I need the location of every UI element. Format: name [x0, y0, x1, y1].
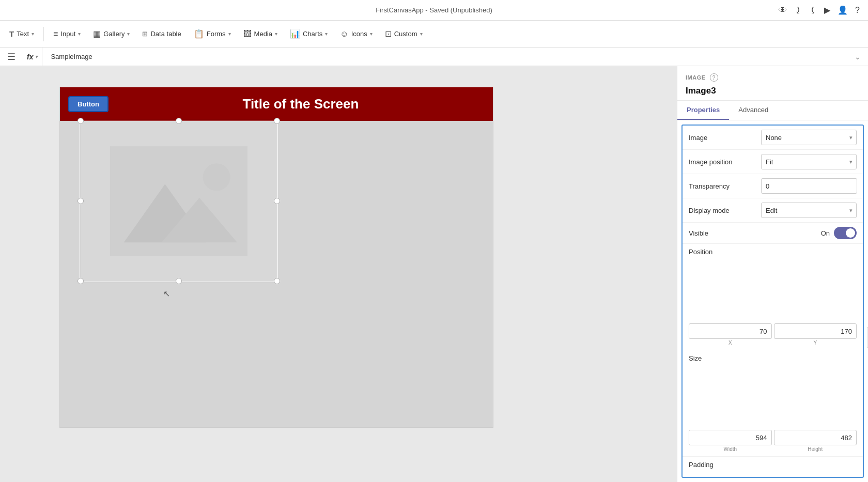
- panel-help-icon[interactable]: ?: [710, 73, 718, 82]
- cursor: ↖: [163, 289, 170, 299]
- handle-bottom-left[interactable]: [78, 278, 84, 284]
- toolbar-media-label: Media: [254, 30, 272, 38]
- handle-middle-left[interactable]: [78, 198, 84, 204]
- handle-top-right[interactable]: [274, 118, 280, 124]
- input-icon: ≡: [53, 29, 58, 39]
- transparency-input[interactable]: [761, 178, 857, 194]
- canvas-button[interactable]: Button: [68, 96, 109, 112]
- custom-icon: ⊡: [385, 29, 392, 39]
- toolbar-item-input[interactable]: ≡ Input ▾: [48, 26, 86, 42]
- toolbar-divider-1: [43, 27, 44, 41]
- forms-icon: 📋: [194, 29, 204, 39]
- toolbar-item-media[interactable]: 🖼 Media ▾: [238, 26, 283, 42]
- gallery-chevron-icon: ▾: [127, 31, 130, 37]
- icons-chevron-icon: ▾: [370, 31, 373, 37]
- eye-icon[interactable]: 👁: [779, 6, 787, 15]
- handle-bottom-right[interactable]: [274, 278, 280, 284]
- user-icon[interactable]: 👤: [838, 5, 848, 15]
- size-height-label: Height: [774, 446, 857, 452]
- top-bar: FirstCanvasApp - Saved (Unpublished) 👁 ⤸…: [0, 0, 868, 21]
- image-dropdown-wrapper[interactable]: None: [761, 130, 857, 145]
- main-content: Button Title of the Screen: [0, 66, 868, 482]
- handle-top-middle[interactable]: [176, 118, 182, 124]
- selected-image-container[interactable]: [81, 121, 277, 281]
- prop-row-visible: Visible On: [683, 223, 863, 244]
- toolbar-custom-label: Custom: [394, 30, 417, 38]
- help-icon[interactable]: ?: [855, 6, 860, 15]
- prop-row-transparency: Transparency: [683, 174, 863, 198]
- visible-on-label: On: [821, 229, 830, 237]
- display-mode-dropdown[interactable]: Edit View Disabled: [761, 203, 857, 218]
- toolbar-gallery-label: Gallery: [103, 30, 125, 38]
- right-panel: IMAGE ? Image3 Properties Advanced Image…: [677, 66, 868, 482]
- handle-bottom-middle[interactable]: [176, 278, 182, 284]
- forms-chevron-icon: ▾: [228, 31, 231, 37]
- top-bar-icons: 👁 ⤸ ⤹ ▶ 👤 ?: [779, 5, 860, 16]
- handle-middle-right[interactable]: [274, 198, 280, 204]
- transparency-label: Transparency: [689, 182, 761, 190]
- panel-header: IMAGE ? Image3: [677, 66, 868, 101]
- position-y-input[interactable]: [774, 323, 857, 339]
- display-mode-dropdown-wrapper[interactable]: Edit View Disabled: [761, 203, 857, 218]
- canvas-title: Title of the Screen: [117, 96, 485, 112]
- panel-section-label: IMAGE: [686, 74, 706, 81]
- properties-panel: Image None Image position Fit: [681, 125, 864, 478]
- prop-row-size: Size Width Height: [683, 350, 863, 457]
- toolbar-item-forms[interactable]: 📋 Forms ▾: [189, 26, 236, 42]
- formula-fx-section: fx ▾: [23, 48, 42, 66]
- image-dropdown[interactable]: None: [761, 130, 857, 145]
- panel-element-name: Image3: [686, 86, 860, 96]
- image-position-dropdown-wrapper[interactable]: Fit Fill Stretch Tile Center: [761, 154, 857, 169]
- formula-expand-icon[interactable]: ⌄: [851, 53, 864, 61]
- size-label: Size: [689, 354, 702, 427]
- redo-icon[interactable]: ⤹: [809, 5, 817, 16]
- play-icon[interactable]: ▶: [824, 5, 830, 15]
- sidebar-toggle-icon[interactable]: ☰: [4, 51, 19, 63]
- size-height-input[interactable]: [774, 430, 857, 445]
- app-title: FirstCanvasApp - Saved (Unpublished): [376, 6, 492, 14]
- charts-icon: 📊: [290, 29, 300, 39]
- canvas-area: Button Title of the Screen: [0, 66, 677, 482]
- toolbar-item-custom[interactable]: ⊡ Custom ▾: [380, 26, 428, 42]
- size-width-input[interactable]: [689, 430, 772, 445]
- custom-chevron-icon: ▾: [420, 31, 423, 37]
- toolbar-datatable-label: Data table: [150, 30, 181, 38]
- toolbar-item-icons[interactable]: ☺ Icons ▾: [335, 26, 377, 42]
- position-x-label: X: [689, 340, 772, 346]
- image-label: Image: [689, 134, 761, 142]
- toolbar-charts-label: Charts: [303, 30, 322, 38]
- text-chevron-icon: ▾: [32, 31, 34, 37]
- visible-toggle[interactable]: [834, 227, 857, 239]
- fx-chevron-icon[interactable]: ▾: [35, 54, 38, 59]
- toolbar-item-charts[interactable]: 📊 Charts ▾: [285, 26, 333, 42]
- toolbar-text-label: Text: [17, 30, 29, 38]
- toolbar-input-label: Input: [60, 30, 75, 38]
- panel-tabs: Properties Advanced: [677, 101, 868, 120]
- toolbar-item-text[interactable]: T Text ▾: [4, 26, 39, 41]
- tab-properties[interactable]: Properties: [677, 101, 729, 120]
- toolbar-item-gallery[interactable]: ▦ Gallery ▾: [88, 26, 135, 42]
- handle-top-left[interactable]: [78, 118, 84, 124]
- position-y-label: Y: [774, 340, 857, 346]
- prop-row-image-position: Image position Fit Fill Stretch Tile Cen…: [683, 150, 863, 174]
- size-height-item: Height: [774, 430, 857, 452]
- formula-input[interactable]: [47, 53, 847, 60]
- toolbar-item-datatable[interactable]: ⊞ Data table: [137, 27, 186, 41]
- prop-row-image: Image None: [683, 126, 863, 150]
- fx-label: fx: [27, 53, 33, 61]
- app-header: Button Title of the Screen: [60, 87, 493, 121]
- tab-advanced[interactable]: Advanced: [729, 101, 778, 120]
- prop-row-display-mode: Display mode Edit View Disabled: [683, 198, 863, 223]
- image-position-dropdown[interactable]: Fit Fill Stretch Tile Center: [761, 154, 857, 169]
- position-x-input[interactable]: [689, 323, 772, 339]
- gallery-icon: ▦: [93, 29, 101, 39]
- display-mode-label: Display mode: [689, 207, 761, 214]
- undo-icon[interactable]: ⤸: [794, 5, 802, 16]
- toolbar-forms-label: Forms: [207, 30, 226, 38]
- placeholder-image-svg: [110, 145, 247, 257]
- charts-chevron-icon: ▾: [325, 31, 328, 37]
- position-y-item: Y: [774, 323, 857, 346]
- image-position-label: Image position: [689, 158, 761, 166]
- padding-label: Padding: [689, 461, 714, 478]
- image-placeholder: [81, 121, 277, 281]
